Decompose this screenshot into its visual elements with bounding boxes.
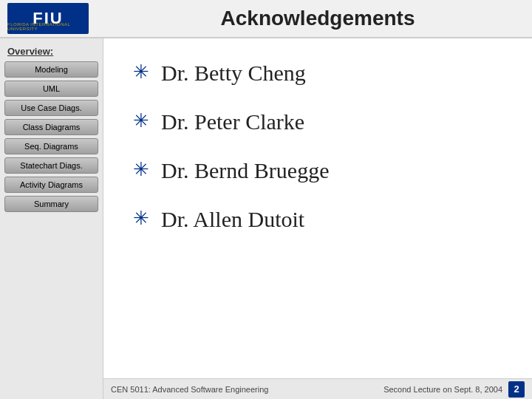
bullet-text-0: Dr. Betty Cheng bbox=[161, 61, 306, 86]
footer-right-text: Second Lecture on Sept. 8, 2004 bbox=[383, 385, 502, 394]
bullet-star-2: ✳ bbox=[133, 160, 149, 179]
page-title: Acknowledgements bbox=[111, 7, 525, 30]
main-content: ✳ Dr. Betty Cheng ✳ Dr. Peter Clarke ✳ D… bbox=[103, 38, 532, 399]
sidebar: Overview: Modeling UML Use Case Diags. C… bbox=[0, 38, 103, 399]
footer-page-number: 2 bbox=[508, 381, 525, 398]
logo-box: FIU FLORIDA INTERNATIONAL UNIVERSITY bbox=[7, 3, 89, 34]
sidebar-item-statechart-diags[interactable]: Statechart Diags. bbox=[4, 157, 98, 174]
footer-left-text: CEN 5011: Advanced Software Engineering bbox=[111, 385, 268, 394]
sidebar-item-uml[interactable]: UML bbox=[4, 81, 98, 97]
bullet-star-0: ✳ bbox=[133, 62, 149, 81]
bullet-row-1: ✳ Dr. Peter Clarke bbox=[133, 109, 502, 134]
footer: CEN 5011: Advanced Software Engineering … bbox=[103, 378, 532, 399]
sidebar-item-summary[interactable]: Summary bbox=[4, 196, 98, 212]
sidebar-item-class-diagrams[interactable]: Class Diagrams bbox=[4, 119, 98, 135]
sidebar-overview-label: Overview: bbox=[4, 44, 98, 58]
footer-right-group: Second Lecture on Sept. 8, 2004 2 bbox=[383, 381, 525, 398]
bullet-row-0: ✳ Dr. Betty Cheng bbox=[133, 61, 502, 86]
header: FIU FLORIDA INTERNATIONAL UNIVERSITY Ack… bbox=[0, 0, 532, 38]
sidebar-item-seq-diagrams[interactable]: Seq. Diagrams bbox=[4, 138, 98, 154]
logo-subtext: FLORIDA INTERNATIONAL UNIVERSITY bbox=[7, 22, 89, 31]
bullet-text-1: Dr. Peter Clarke bbox=[161, 109, 304, 134]
content-area: Overview: Modeling UML Use Case Diags. C… bbox=[0, 38, 532, 399]
bullet-star-1: ✳ bbox=[133, 111, 149, 130]
bullet-row-2: ✳ Dr. Bernd Bruegge bbox=[133, 158, 502, 183]
bullet-text-2: Dr. Bernd Bruegge bbox=[161, 158, 329, 183]
sidebar-item-activity-diagrams[interactable]: Activity Diagrams bbox=[4, 177, 98, 193]
bullet-text-3: Dr. Allen Dutoit bbox=[161, 207, 304, 232]
logo-area: FIU FLORIDA INTERNATIONAL UNIVERSITY bbox=[7, 3, 111, 34]
sidebar-item-modeling[interactable]: Modeling bbox=[4, 61, 98, 78]
sidebar-item-use-case-diags[interactable]: Use Case Diags. bbox=[4, 100, 98, 116]
bullet-row-3: ✳ Dr. Allen Dutoit bbox=[133, 207, 502, 232]
bullet-star-3: ✳ bbox=[133, 208, 149, 228]
